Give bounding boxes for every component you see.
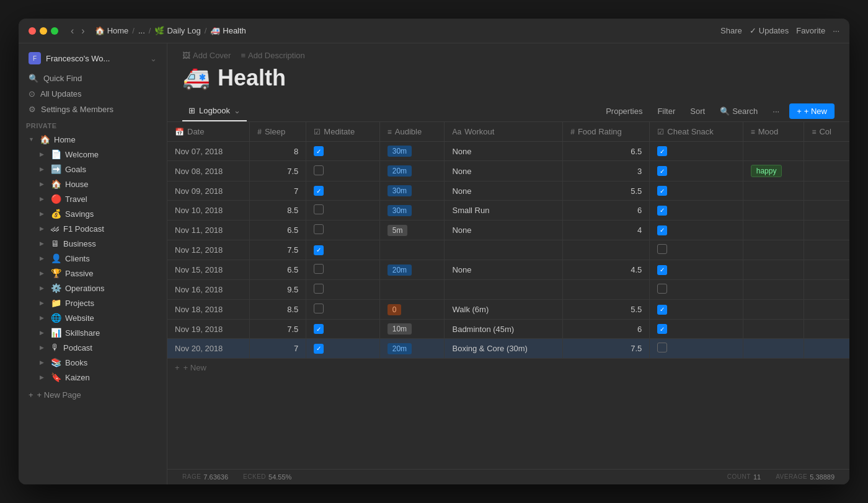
sidebar-item-clients[interactable]: ▶ 👤 Clients <box>21 251 164 266</box>
add-cover-button[interactable]: 🖼 Add Cover <box>182 51 231 60</box>
col-meditate[interactable]: ☑ Meditate <box>306 122 379 142</box>
cell-meditate[interactable] <box>306 300 379 320</box>
table-row[interactable]: Nov 09, 20187✓30mNone5.5✓ <box>167 182 849 201</box>
tab-logbook[interactable]: ⊞ Logbook ⌄ <box>182 101 247 121</box>
sidebar-item-books[interactable]: ▶ 📚 Books <box>21 355 164 370</box>
sidebar-item-skillshare[interactable]: ▶ 📊 Skillshare <box>21 325 164 340</box>
table-row[interactable]: Nov 19, 20187.5✓10mBadminton (45m)6✓ <box>167 320 849 339</box>
sidebar-all-updates[interactable]: ⊙ All Updates <box>21 86 164 102</box>
cell-workout <box>445 280 563 300</box>
table-row[interactable]: Nov 10, 20188.530mSmall Run6✓ <box>167 201 849 221</box>
col-date[interactable]: 📅 Date <box>167 122 250 142</box>
cell-mood <box>743 201 804 221</box>
cell-cheat-snack[interactable] <box>650 240 743 260</box>
more-view-button[interactable]: ··· <box>768 104 784 118</box>
breadcrumb-health[interactable]: 🚑 Health <box>210 26 246 35</box>
sidebar-item-website[interactable]: ▶ 🌐 Website <box>21 310 164 325</box>
properties-button[interactable]: Properties <box>601 104 647 118</box>
favorite-button[interactable]: Favorite <box>796 26 825 35</box>
filter-button[interactable]: Filter <box>652 104 680 118</box>
expand-icon: ▶ <box>40 344 47 351</box>
workspace-header[interactable]: F Francesco's Wo... ⌄ <box>21 48 164 68</box>
cell-meditate[interactable]: ✓ <box>306 240 379 260</box>
cell-date: Nov 16, 2018 <box>167 280 250 300</box>
cell-cheat-snack[interactable]: ✓ <box>650 182 743 201</box>
table-row[interactable]: Nov 18, 20188.50Walk (6m)5.5✓ <box>167 300 849 320</box>
more-options-button[interactable]: ··· <box>833 26 839 35</box>
col-extra[interactable]: ≡ Col <box>804 122 849 142</box>
cell-meditate[interactable]: ✓ <box>306 320 379 339</box>
table-row[interactable]: Nov 07, 20188✓30mNone6.5✓ <box>167 142 849 161</box>
breadcrumb-home[interactable]: 🏠 Home <box>95 26 129 35</box>
share-button[interactable]: Share <box>720 26 742 35</box>
back-button[interactable]: ‹ <box>68 24 76 38</box>
table-container[interactable]: 📅 Date # Sleep <box>167 122 849 469</box>
cell-cheat-snack[interactable]: ✓ <box>650 201 743 221</box>
sidebar-item-podcast[interactable]: ▶ 🎙 Podcast <box>21 340 164 355</box>
sidebar-item-savings[interactable]: ▶ 💰 Savings <box>21 206 164 221</box>
sidebar-item-house[interactable]: ▶ 🏠 House <box>21 177 164 191</box>
expand-icon: ▶ <box>40 300 47 306</box>
add-new-row-button[interactable]: + + New <box>167 359 849 377</box>
col-food-rating[interactable]: # Food Rating <box>563 122 650 142</box>
sort-button[interactable]: Sort <box>685 104 710 118</box>
breadcrumb-dots[interactable]: ... <box>138 26 145 35</box>
cell-meditate[interactable] <box>306 280 379 300</box>
expand-icon: ▶ <box>40 285 47 291</box>
col-workout[interactable]: Aa Workout <box>445 122 563 142</box>
cell-workout: None <box>445 161 563 182</box>
new-page-button[interactable]: + + New Page <box>21 387 164 403</box>
close-button[interactable] <box>29 27 36 35</box>
breadcrumb-daily-log[interactable]: 🌿 Daily Log <box>154 26 200 35</box>
cell-meditate[interactable]: ✓ <box>306 142 379 161</box>
cell-meditate[interactable]: ✓ <box>306 182 379 201</box>
sidebar-item-passive[interactable]: ▶ 🏆 Passive <box>21 266 164 281</box>
table-row[interactable]: Nov 12, 20187.5✓ <box>167 240 849 260</box>
workspace-avatar: F <box>29 52 41 64</box>
search-button[interactable]: 🔍 Search <box>715 104 763 118</box>
col-sleep[interactable]: # Sleep <box>250 122 306 142</box>
sidebar-item-projects[interactable]: ▶ 📁 Projects <box>21 295 164 310</box>
sidebar-settings[interactable]: ⚙ Settings & Members <box>21 102 164 117</box>
add-description-button[interactable]: ≡ Add Description <box>241 51 304 60</box>
sidebar-item-kaizen[interactable]: ▶ 🔖 Kaizen <box>21 370 164 385</box>
cell-cheat-snack[interactable]: ✓ <box>650 161 743 182</box>
cell-cheat-snack[interactable]: ✓ <box>650 260 743 280</box>
traffic-lights <box>29 27 58 35</box>
table-row[interactable]: Nov 15, 20186.520mNone4.5✓ <box>167 260 849 280</box>
col-mood[interactable]: ≡ Mood <box>743 122 804 142</box>
sidebar-item-operations[interactable]: ▶ ⚙️ Operations <box>21 281 164 295</box>
cell-meditate[interactable]: ✓ <box>306 339 379 359</box>
sleep-col-icon: # <box>257 128 262 136</box>
cell-cheat-snack[interactable]: ✓ <box>650 320 743 339</box>
sidebar-item-business[interactable]: ▶ 🖥 Business <box>21 236 164 251</box>
cell-cheat-snack[interactable]: ✓ <box>650 300 743 320</box>
table-row[interactable]: Nov 16, 20189.5 <box>167 280 849 300</box>
data-table: 📅 Date # Sleep <box>167 122 849 359</box>
table-row[interactable]: Nov 11, 20186.55mNone4✓ <box>167 221 849 240</box>
cell-meditate[interactable] <box>306 201 379 221</box>
cell-meditate[interactable] <box>306 161 379 182</box>
cell-meditate[interactable] <box>306 260 379 280</box>
col-cheat-snack[interactable]: ☑ Cheat Snack <box>650 122 743 142</box>
updates-button[interactable]: ✓ Updates <box>750 26 789 35</box>
col-audible[interactable]: ≡ Audible <box>379 122 445 142</box>
table-row[interactable]: Nov 20, 20187✓20mBoxing & Core (30m)7.5 <box>167 339 849 359</box>
cell-cheat-snack[interactable]: ✓ <box>650 221 743 240</box>
sidebar-item-home[interactable]: ▼ 🏠 Home <box>21 132 164 147</box>
forward-button[interactable]: › <box>79 24 87 38</box>
cell-cheat-snack[interactable] <box>650 280 743 300</box>
table-row[interactable]: Nov 08, 20187.520mNone3✓happy <box>167 161 849 182</box>
sidebar-item-f1podcast[interactable]: ▶ 🏎 F1 Podcast <box>21 221 164 236</box>
new-record-button[interactable]: + + New <box>789 103 835 119</box>
sidebar-item-welcome[interactable]: ▶ 📄 Welcome <box>21 147 164 162</box>
cell-meditate[interactable] <box>306 221 379 240</box>
maximize-button[interactable] <box>51 27 58 35</box>
sidebar-item-travel[interactable]: ▶ 🔴 Travel <box>21 191 164 206</box>
cell-cheat-snack[interactable]: ✓ <box>650 142 743 161</box>
table-header-row: 📅 Date # Sleep <box>167 122 849 142</box>
cell-cheat-snack[interactable] <box>650 339 743 359</box>
sidebar-item-goals[interactable]: ▶ ➡️ Goals <box>21 162 164 177</box>
minimize-button[interactable] <box>40 27 47 35</box>
sidebar-quick-find[interactable]: 🔍 Quick Find <box>21 71 164 86</box>
